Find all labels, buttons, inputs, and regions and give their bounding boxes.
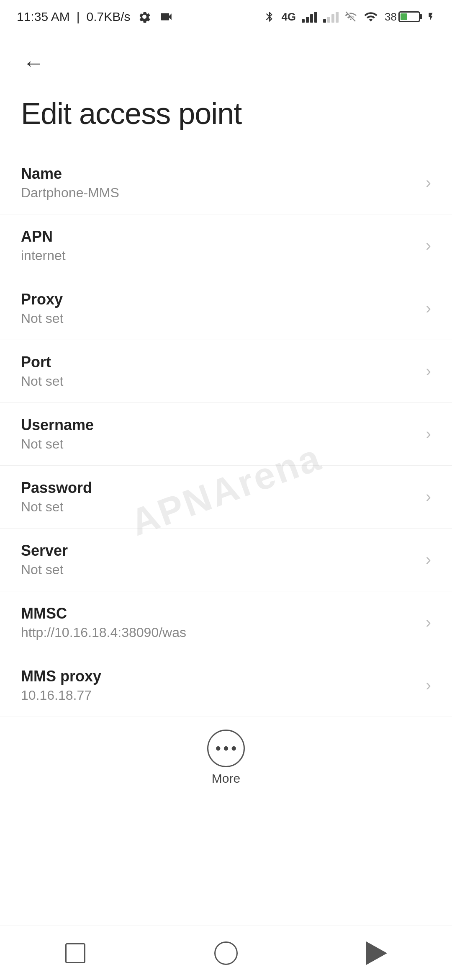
settings-item-name-content: Name Dartphone-MMS <box>21 165 417 201</box>
settings-item-password-content: Password Not set <box>21 479 417 515</box>
svg-point-2 <box>232 746 236 750</box>
nav-back-button[interactable] <box>354 930 400 976</box>
settings-item-proxy-label: Proxy <box>21 291 417 308</box>
settings-item-apn-value: internet <box>21 248 417 263</box>
speed-display: | <box>77 10 80 24</box>
home-icon <box>214 941 238 965</box>
settings-item-mmsc[interactable]: MMSC http://10.16.18.4:38090/was › <box>0 591 452 654</box>
back-arrow-icon: ← <box>23 52 44 74</box>
back-icon <box>366 941 387 965</box>
chevron-right-icon-proxy: › <box>426 299 431 317</box>
more-section: More <box>0 717 452 794</box>
settings-item-name-label: Name <box>21 165 417 183</box>
battery-indicator: 38 <box>385 10 420 23</box>
chevron-right-icon-password: › <box>426 488 431 506</box>
status-right: 4G 38 <box>264 10 435 24</box>
settings-list: Name Dartphone-MMS › APN internet › Prox… <box>0 152 452 717</box>
network-type: 4G <box>281 10 296 23</box>
settings-item-password-label: Password <box>21 479 417 497</box>
time-display: 11:35 AM <box>17 10 70 24</box>
chevron-right-icon-mmsc: › <box>426 614 431 632</box>
settings-item-server-label: Server <box>21 542 417 560</box>
settings-item-username-content: Username Not set <box>21 416 417 452</box>
settings-item-password[interactable]: Password Not set › <box>0 466 452 529</box>
page-title: Edit access point <box>0 88 452 152</box>
signal-bars-1 <box>302 11 317 23</box>
settings-item-port-label: Port <box>21 353 417 371</box>
settings-item-server-value: Not set <box>21 562 417 578</box>
settings-item-port-value: Not set <box>21 374 417 389</box>
nav-recents-button[interactable] <box>52 930 98 976</box>
recents-icon <box>65 943 85 963</box>
chevron-right-icon-server: › <box>426 551 431 569</box>
video-icon <box>158 10 174 24</box>
gear-icon <box>137 10 152 24</box>
settings-item-proxy[interactable]: Proxy Not set › <box>0 277 452 340</box>
settings-item-apn-label: APN <box>21 228 417 245</box>
no-signal-icon <box>344 10 357 23</box>
settings-item-server-content: Server Not set <box>21 542 417 578</box>
navigation-bar <box>0 926 452 980</box>
settings-item-username-label: Username <box>21 416 417 434</box>
chevron-right-icon-apn: › <box>426 237 431 255</box>
chevron-right-icon-name: › <box>426 174 431 192</box>
settings-item-password-value: Not set <box>21 499 417 515</box>
settings-item-name-value: Dartphone-MMS <box>21 185 417 201</box>
settings-item-mmsc-content: MMSC http://10.16.18.4:38090/was <box>21 605 417 640</box>
back-button[interactable]: ← <box>17 46 50 80</box>
settings-item-mmsc-label: MMSC <box>21 605 417 622</box>
signal-bars-2 <box>323 11 339 23</box>
network-speed: 0.7KB/s <box>87 10 131 24</box>
status-left: 11:35 AM | 0.7KB/s <box>17 10 174 24</box>
svg-point-0 <box>216 746 220 750</box>
settings-item-apn-content: APN internet <box>21 228 417 263</box>
svg-point-1 <box>224 746 228 750</box>
chevron-right-icon-mms-proxy: › <box>426 676 431 694</box>
chevron-right-icon-port: › <box>426 362 431 380</box>
settings-item-mms-proxy-value: 10.16.18.77 <box>21 688 417 703</box>
settings-item-mms-proxy-content: MMS proxy 10.16.18.77 <box>21 668 417 703</box>
settings-item-proxy-content: Proxy Not set <box>21 291 417 326</box>
settings-item-name[interactable]: Name Dartphone-MMS › <box>0 152 452 214</box>
more-label: More <box>212 771 240 786</box>
settings-item-proxy-value: Not set <box>21 311 417 326</box>
settings-item-server[interactable]: Server Not set › <box>0 529 452 591</box>
wifi-icon <box>363 10 379 24</box>
back-area: ← <box>0 34 452 88</box>
nav-home-button[interactable] <box>203 930 249 976</box>
settings-item-apn[interactable]: APN internet › <box>0 214 452 277</box>
settings-item-username-value: Not set <box>21 436 417 452</box>
status-bar: 11:35 AM | 0.7KB/s 4G <box>0 0 452 34</box>
settings-item-mmsc-value: http://10.16.18.4:38090/was <box>21 625 417 640</box>
settings-item-mms-proxy[interactable]: MMS proxy 10.16.18.77 › <box>0 654 452 717</box>
bluetooth-icon <box>264 10 275 24</box>
chevron-right-icon-username: › <box>426 425 431 443</box>
settings-item-mms-proxy-label: MMS proxy <box>21 668 417 685</box>
more-dots-icon <box>214 743 238 753</box>
charging-icon <box>426 10 435 24</box>
more-button[interactable] <box>207 730 245 767</box>
settings-item-username[interactable]: Username Not set › <box>0 403 452 466</box>
settings-item-port-content: Port Not set <box>21 353 417 389</box>
settings-item-port[interactable]: Port Not set › <box>0 340 452 403</box>
